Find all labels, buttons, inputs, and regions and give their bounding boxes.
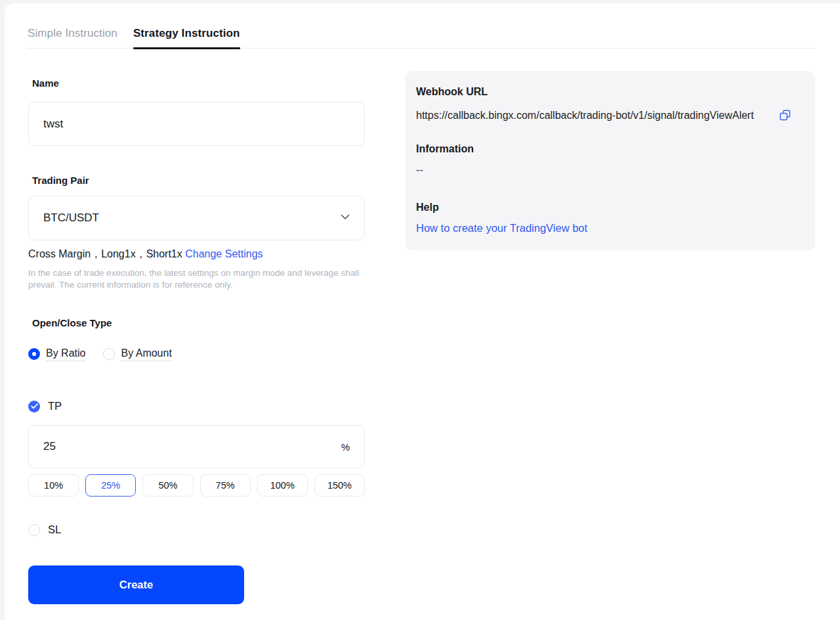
tp-preset-buttons: 10% 25% 50% 75% 100% 150% [28,474,365,497]
name-input[interactable] [43,118,350,131]
open-close-type-options: By Ratio By Amount [28,347,365,361]
sl-label: SL [48,523,61,536]
open-close-type-label: Open/Close Type [32,317,365,329]
percent-unit: % [341,441,350,453]
preset-75-button[interactable]: 75% [200,474,251,497]
tp-value-wrapper: % [28,425,365,468]
info-panel: Webhook URL https://callback.bingx.com/c… [406,71,815,250]
tab-bar: Simple Instruction Strategy Instruction [28,3,815,49]
radio-by-amount[interactable]: By Amount [103,347,171,361]
chevron-down-icon [339,211,351,226]
preset-25-button[interactable]: 25% [85,474,136,497]
radio-by-ratio-label: By Ratio [46,347,85,361]
checkbox-unchecked-icon [28,524,40,536]
trading-pair-value: BTC/USDT [43,211,99,225]
preset-100-button[interactable]: 100% [257,474,308,497]
margin-settings-line: Cross Margin，Long1x，Short1x Change Setti… [28,248,365,260]
help-title: Help [416,202,799,213]
tab-strategy-instruction[interactable]: Strategy Instruction [133,27,240,48]
webhook-url-row: https://callback.bingx.com/callback/trad… [416,106,799,124]
tp-checkbox-row[interactable]: TP [28,400,365,412]
form-column: Name Trading Pair BTC/USDT Cross Margin，… [28,78,365,604]
preset-50-button[interactable]: 50% [142,474,193,497]
radio-by-ratio[interactable]: By Ratio [28,347,85,361]
copy-icon[interactable] [780,110,791,123]
name-label: Name [32,78,365,89]
name-field-wrapper [28,102,365,146]
radio-selected-icon [28,348,40,360]
radio-by-amount-label: By Amount [121,347,171,361]
tp-label: TP [48,400,62,412]
checkbox-checked-icon [28,401,40,412]
sl-checkbox-row[interactable]: SL [28,523,365,536]
margin-note: In the case of trade execution, the late… [28,267,365,290]
margin-settings-text: Cross Margin，Long1x，Short1x [28,248,182,259]
preset-150-button[interactable]: 150% [314,474,365,497]
webhook-url-title: Webhook URL [416,86,799,98]
information-value: -- [416,164,799,176]
tab-simple-instruction[interactable]: Simple Instruction [28,27,117,48]
trading-pair-label: Trading Pair [32,175,365,187]
strategy-form-panel: Simple Instruction Strategy Instruction … [5,3,840,620]
trading-pair-select[interactable]: BTC/USDT [28,196,365,240]
help-link[interactable]: How to create your TradingView bot [416,222,587,234]
information-title: Information [416,143,799,155]
change-settings-link[interactable]: Change Settings [185,248,262,259]
webhook-url-value: https://callback.bingx.com/callback/trad… [416,106,774,124]
preset-10-button[interactable]: 10% [28,474,79,497]
radio-unselected-icon [103,348,115,360]
tp-value-input[interactable] [43,440,289,453]
create-button[interactable]: Create [28,565,244,604]
